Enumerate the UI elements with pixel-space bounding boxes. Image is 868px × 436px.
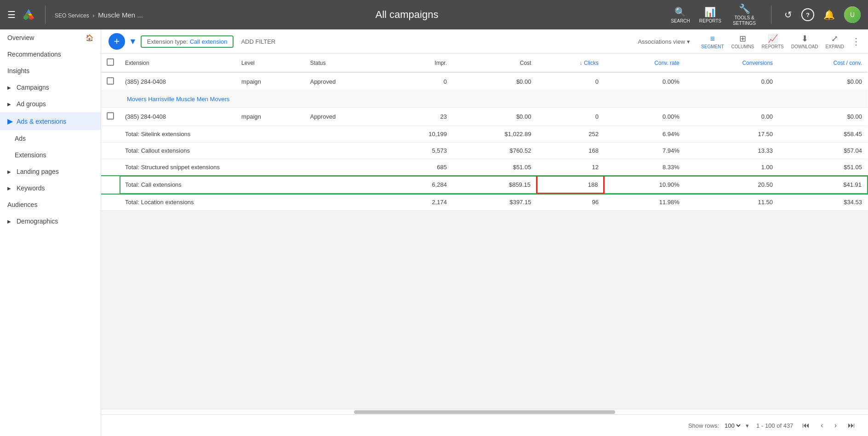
status-cell: Approved [304,108,387,126]
download-label: DOWNLOAD [791,44,818,49]
cost-conv-cell: $34.53 [778,194,868,211]
reports-nav-btn[interactable]: 📊 REPORTS [699,6,721,23]
extension-total-cell: Total: Location extensions [120,194,387,211]
insights-label: Insights [7,67,29,75]
clicks-header[interactable]: ↓ Clicks [537,54,604,72]
select-all-checkbox[interactable] [107,58,114,66]
sidebar-item-ads[interactable]: Ads [0,130,101,147]
hamburger-icon[interactable]: ☰ [7,9,16,20]
sidebar-item-keywords[interactable]: ▶ Keywords [0,180,101,196]
conversions-cell: 0.00 [685,72,778,91]
last-page-button[interactable]: ⏭ [846,419,857,431]
add-button[interactable]: + [108,33,125,50]
conversions-cell: 0.00 [685,108,778,126]
sidebar-item-demographics[interactable]: ▶ Demographics [0,213,101,229]
avatar[interactable]: U [844,6,861,23]
conv-rate-header[interactable]: Conv. rate [604,54,685,72]
cost-conv-cell: $41.91 [778,176,868,194]
campaigns-expand-icon: ▶ [7,85,11,90]
cost-cell: $760.52 [452,143,537,159]
sidebar-item-adgroups[interactable]: ▶ Ad groups [0,96,101,112]
audiences-label: Audiences [7,201,37,208]
row-checkbox-cell [101,143,120,159]
extensions-label: Extensions [15,151,46,159]
associations-view-dropdown[interactable]: Associations view ▾ [638,38,690,45]
cost-conv-header[interactable]: Cost / conv. [778,54,868,72]
sidebar-item-recommendations[interactable]: Recommendations [0,46,101,63]
segment-action[interactable]: ≡ SEGMENT [701,34,724,49]
clicks-cell: 252 [537,126,604,143]
sidebar-item-insights[interactable]: Insights [0,63,101,79]
impr-cell: 10,199 [387,126,452,143]
top-nav: ☰ SEO Services › Muscle Men ... All camp… [0,0,868,29]
table-row: (385) 284-0408 mpaign Approved 0 $0.00 0… [101,72,868,91]
expand-icon: ⤢ [831,34,838,44]
sidebar-item-campaigns[interactable]: ▶ Campaigns [0,79,101,96]
notifications-icon[interactable]: 🔔 [823,9,835,20]
sidebar-item-audiences[interactable]: Audiences [0,196,101,213]
sidebar-item-ads-extensions[interactable]: ▶ Ads & extensions [0,112,101,130]
conv-rate-cell: 8.33% [604,159,685,176]
ads-label: Ads [15,135,26,142]
overview-label: Overview [7,34,34,41]
cost-cell: $397.15 [452,194,537,211]
sidebar-arrow-icon: ▶ [7,117,13,126]
table-container: Extension Level Status Impr. Cost ↓ Clic… [101,54,868,409]
next-page-button[interactable]: › [833,419,839,431]
landing-expand-icon: ▶ [7,169,11,174]
extension-cell: (385) 284-0408 [120,72,236,91]
svg-point-2 [23,15,28,20]
extension-total-cell: Total: Call extensions [120,176,387,194]
conv-rate-cell: 0.00% [604,108,685,126]
horizontal-scrollbar[interactable] [101,409,868,414]
sidebar-item-extensions[interactable]: Extensions [0,147,101,163]
sidebar-item-landing-pages[interactable]: ▶ Landing pages [0,163,101,180]
svg-marker-4 [26,9,31,14]
cost-conv-cell: $0.00 [778,108,868,126]
table-group-row: Movers Harrisville Muscle Men Movers [101,91,868,108]
cost-conv-cell: $58.45 [778,126,868,143]
conversions-cell: 1.00 [685,159,778,176]
row-checkbox-cell[interactable] [101,108,120,126]
impr-cell: 23 [387,108,452,126]
expand-action[interactable]: ⤢ EXPAND [826,34,844,49]
sidebar-item-overview[interactable]: Overview 🏠 [0,29,101,46]
filter-icon[interactable]: ▼ [129,37,137,46]
conversions-header[interactable]: Conversions [685,54,778,72]
row-checkbox-cell[interactable] [101,72,120,91]
page-title: All campaigns [148,9,665,21]
landing-pages-label: Landing pages [17,168,59,175]
clicks-cell: 0 [537,72,604,91]
reports-action[interactable]: 📈 REPORTS [762,34,784,49]
cost-cell: $1,022.89 [452,126,537,143]
help-button[interactable]: ? [801,8,814,21]
conv-rate-cell: 10.90% [604,176,685,194]
download-action[interactable]: ⬇ DOWNLOAD [791,34,818,49]
tools-nav-btn[interactable]: 🔧 TOOLS & SETTINGS [731,3,758,26]
clicks-cell: 0 [537,108,604,126]
first-page-button[interactable]: ⏮ [800,419,811,431]
filter-tag[interactable]: Extension type: Call extension [141,35,234,48]
columns-action[interactable]: ⊞ COLUMNS [731,34,754,49]
add-filter-button[interactable]: ADD FILTER [237,36,279,47]
search-nav-btn[interactable]: 🔍 SEARCH [671,6,690,23]
impr-cell: 5,573 [387,143,452,159]
sidebar: Overview 🏠 Recommendations Insights ▶ Ca… [0,29,101,436]
reports-action-icon: 📈 [768,34,778,44]
extension-cell: (385) 284-0408 [120,108,236,126]
prev-page-button[interactable]: ‹ [819,419,825,431]
clicks-cell: 168 [537,143,604,159]
more-button[interactable]: ⋮ [851,36,861,47]
demographics-label: Demographics [17,218,58,225]
toolbar-actions: ≡ SEGMENT ⊞ COLUMNS 📈 REPORTS ⬇ DOWNLOAD… [701,34,861,49]
data-table: Extension Level Status Impr. Cost ↓ Clic… [101,54,868,211]
extension-total-cell: Total: Structured snippet extensions [120,159,387,176]
rows-select[interactable]: 100 50 25 [723,422,742,430]
campaigns-label: Campaigns [17,84,49,91]
filter-label: Extension type: [147,38,188,45]
row-checkbox-cell [101,176,120,194]
checkbox-header[interactable] [101,54,120,72]
clicks-cell: 96 [537,194,604,211]
level-cell: mpaign [236,108,304,126]
refresh-icon[interactable]: ↺ [784,9,792,20]
